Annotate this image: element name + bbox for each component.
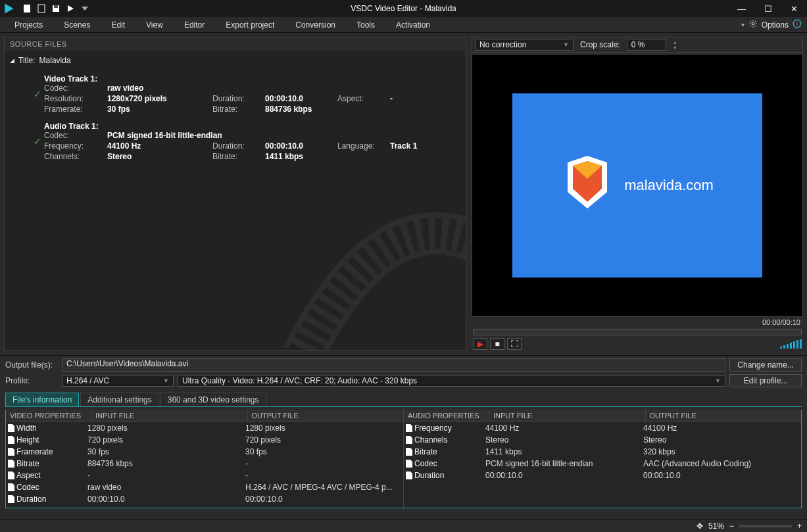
vt-fr: 30 fps xyxy=(107,105,212,114)
audio-props-header: AUDIO PROPERTIES xyxy=(404,410,489,422)
document-icon xyxy=(6,448,16,456)
prop-name: Duration xyxy=(414,471,485,480)
prop-input-value: 884736 kbps xyxy=(87,459,245,468)
info-tabs: File's information Additional settings 3… xyxy=(5,393,802,407)
property-row[interactable]: Frequency44100 Hz44100 Hz xyxy=(404,422,801,434)
menu-editor[interactable]: Editor xyxy=(175,19,214,31)
svg-text:i: i xyxy=(796,22,798,26)
chevron-down-icon: ▼ xyxy=(563,41,569,48)
tab-file-information[interactable]: File's information xyxy=(5,393,79,406)
menu-view[interactable]: View xyxy=(137,19,172,31)
source-title-row[interactable]: ◢ Title: Malavida xyxy=(10,55,460,66)
dropdown-toolbar-icon[interactable] xyxy=(79,3,91,14)
property-row[interactable]: Bitrate884736 kbps- xyxy=(6,458,403,470)
prop-input-value: 720 pixels xyxy=(87,435,245,445)
property-row[interactable]: Codecraw videoH.264 / AVC / MPEG-4 AVC /… xyxy=(6,481,403,493)
menu-conversion[interactable]: Conversion xyxy=(286,19,345,31)
prop-output-value: 44100 Hz xyxy=(643,423,801,433)
prop-name: Framerate xyxy=(16,447,87,456)
property-row[interactable]: Height720 pixels720 pixels xyxy=(6,434,403,446)
vt-br-lbl: Bitrate: xyxy=(212,105,265,114)
prop-input-value: 30 fps xyxy=(87,447,245,456)
window-title: VSDC Video Editor - Malavida xyxy=(351,4,456,13)
property-row[interactable]: Duration00:00:10.000:00:10.0 xyxy=(6,493,403,505)
document-icon xyxy=(404,472,414,479)
volume-indicator[interactable] xyxy=(780,339,802,349)
svg-rect-2 xyxy=(38,5,45,12)
fullscreen-button[interactable]: ⛶ xyxy=(507,338,522,350)
chevron-down-icon: ▼ xyxy=(715,377,721,384)
at-codec: PCM signed 16-bit little-endian xyxy=(107,131,443,140)
profile-desc-dropdown[interactable]: Ultra Quality - Video: H.264 / AVC; CRF:… xyxy=(178,375,725,387)
correction-dropdown[interactable]: No correction ▼ xyxy=(475,39,574,51)
preview-logo-text: malavida.com xyxy=(624,177,714,194)
vt-codec: raw video xyxy=(107,84,212,93)
edit-profile-button[interactable]: Edit profile... xyxy=(729,374,802,387)
correction-value: No correction xyxy=(479,40,526,49)
options-label[interactable]: Options xyxy=(762,20,789,30)
zoom-out-button[interactable]: − xyxy=(729,521,734,531)
collapse-icon[interactable]: ◢ xyxy=(10,57,14,64)
property-row[interactable]: CodecPCM signed 16-bit little-endianAAC … xyxy=(404,458,801,470)
property-row[interactable]: Aspect-- xyxy=(6,470,403,481)
property-row[interactable]: Bitrate1411 kbps320 kbps xyxy=(404,446,801,458)
crop-scale-value: 0 % xyxy=(631,40,645,49)
prop-name: Duration xyxy=(16,495,87,504)
prop-name: Aspect xyxy=(16,471,87,480)
app-icon xyxy=(3,2,16,15)
minimize-button[interactable]: — xyxy=(737,4,746,14)
at-br: 1411 kbps xyxy=(265,152,337,161)
play-icon[interactable] xyxy=(64,3,76,14)
document-icon xyxy=(6,483,16,491)
prop-output-value: - xyxy=(245,459,403,468)
document-icon xyxy=(404,424,414,432)
close-button[interactable]: ✕ xyxy=(791,4,798,14)
move-icon[interactable]: ✥ xyxy=(697,521,703,531)
menu-tools[interactable]: Tools xyxy=(347,19,384,31)
menu-export[interactable]: Export project xyxy=(216,19,283,31)
menu-scenes[interactable]: Scenes xyxy=(55,19,99,31)
property-row[interactable]: ChannelsStereoStereo xyxy=(404,434,801,446)
open-file-icon[interactable] xyxy=(36,3,47,14)
tab-360-3d-settings[interactable]: 360 and 3D video settings xyxy=(160,393,266,406)
prop-output-value: H.264 / AVC / MPEG-4 AVC / MPEG-4 p... xyxy=(245,483,403,492)
zoom-in-button[interactable]: + xyxy=(797,521,802,531)
menu-activation[interactable]: Activation xyxy=(387,19,439,31)
output-path-input[interactable]: C:\Users\User\Videos\Malavida.avi xyxy=(62,358,725,372)
change-name-button[interactable]: Change name... xyxy=(729,358,802,372)
check-icon: ✓ xyxy=(34,136,41,147)
property-row[interactable]: Duration00:00:10.000:00:10.0 xyxy=(404,470,801,481)
at-lang-lbl: Language: xyxy=(337,141,390,151)
info-icon[interactable]: i xyxy=(793,19,802,30)
property-row[interactable]: Width1280 pixels1280 pixels xyxy=(6,422,403,434)
malavida-logo-icon xyxy=(561,156,614,215)
preview-scrubber[interactable] xyxy=(473,329,802,335)
stop-button[interactable]: ■ xyxy=(490,338,504,350)
play-button[interactable]: ▶ xyxy=(473,338,487,350)
profile-desc-value: Ultra Quality - Video: H.264 / AVC; CRF:… xyxy=(182,376,417,385)
prop-output-value: 720 pixels xyxy=(245,435,403,445)
spin-up-icon[interactable]: ▲ xyxy=(673,40,677,45)
menu-dropdown-icon[interactable]: ▾ xyxy=(741,21,745,28)
menu-edit[interactable]: Edit xyxy=(102,19,134,31)
menu-projects[interactable]: Projects xyxy=(5,19,52,31)
audio-properties-column: AUDIO PROPERTIES INPUT FILE OUTPUT FILE … xyxy=(404,410,801,508)
property-row[interactable]: Framerate30 fps30 fps xyxy=(6,446,403,458)
tab-additional-settings[interactable]: Additional settings xyxy=(80,393,159,406)
prop-output-value: 00:00:10.0 xyxy=(245,495,403,504)
save-file-icon[interactable] xyxy=(50,3,62,14)
preview-canvas[interactable]: malavida.com xyxy=(472,54,803,317)
crop-scale-input[interactable]: 0 % xyxy=(627,39,666,51)
spin-down-icon[interactable]: ▼ xyxy=(673,45,677,50)
vt-dur-lbl: Duration: xyxy=(212,94,265,103)
gear-icon[interactable] xyxy=(748,19,758,30)
new-file-icon[interactable] xyxy=(21,3,33,14)
zoom-slider[interactable] xyxy=(739,525,792,527)
prop-output-value: - xyxy=(245,471,403,480)
maximize-button[interactable]: ☐ xyxy=(764,4,772,14)
video-output-header: OUTPUT FILE xyxy=(248,410,404,422)
at-freq-lbl: Frequency: xyxy=(44,141,107,151)
prop-name: Codec xyxy=(16,483,87,492)
profile-codec-dropdown[interactable]: H.264 / AVC ▼ xyxy=(62,375,174,387)
prop-name: Frequency xyxy=(414,423,485,433)
